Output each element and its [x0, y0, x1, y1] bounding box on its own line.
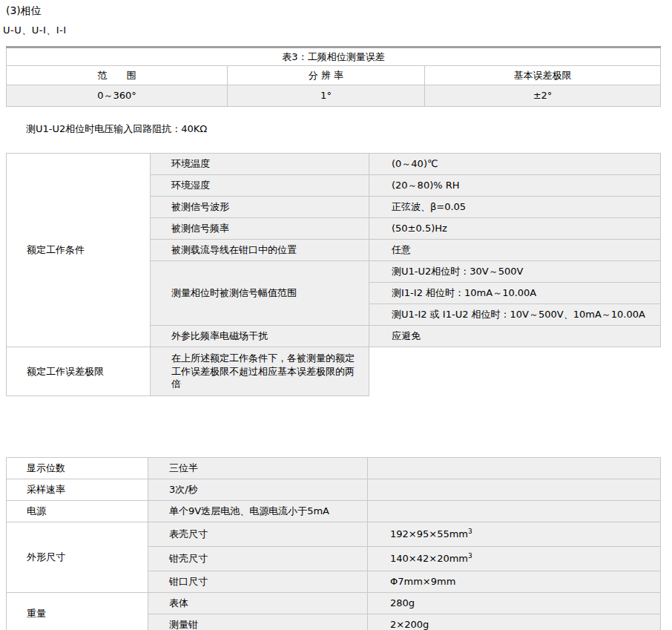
range-value-cell: 0～360° — [7, 85, 228, 107]
dimensions-group-label-cell: 外形尺寸 — [7, 522, 148, 592]
dimension-value-cell: 140×42×20mm3 — [368, 546, 661, 571]
amplitude-range-name-cell: 测量相位时被测信号幅值范围 — [151, 261, 369, 326]
condition-name-cell: 被测信号频率 — [151, 218, 369, 240]
col-header-resolution: 分 辨 率 — [228, 66, 425, 85]
dimension-name-cell: 钳口尺寸 — [148, 571, 368, 592]
empty-cell — [368, 457, 661, 479]
dimension-name-cell: 表壳尺寸 — [148, 522, 368, 546]
error-limit-label-cell: 额定工作误差极限 — [7, 347, 151, 396]
dimension-value: 140×42×20mm — [390, 554, 468, 565]
interference-name-cell: 外参比频率电磁场干扰 — [151, 326, 369, 347]
interference-value-cell: 应避免 — [369, 326, 661, 347]
table-title: 表3：工频相位测量误差 — [7, 47, 661, 66]
rated-conditions-table: 额定工作条件 环境温度 (0～40)℃ 环境湿度 (20～80)% RH 被测信… — [6, 153, 661, 396]
error-limit-value-cell: 在上所述额定工作条件下，各被测量的额定工作误差极限不超过相应基本误差极限的两倍 — [151, 347, 369, 396]
dimension-value-cell: Φ7mm×9mm — [368, 571, 661, 592]
col-header-range: 范 围 — [7, 66, 228, 85]
spec-value-cell: 单个9V迭层电池、电源电流小于5mA — [148, 500, 368, 522]
dimension-value-cell: 192×95×55mm3 — [368, 522, 661, 546]
dimension-value: 192×95×55mm — [390, 529, 468, 540]
amplitude-range-value-cell: 测I1-I2 相位时：10mA～10.00A — [369, 283, 661, 304]
superscript: 3 — [468, 528, 472, 535]
amplitude-range-value-cell: 测U1-U2相位时：30V～500V — [369, 261, 661, 283]
general-spec-table: 显示位数 三位半 采样速率 3次/秒 电源 单个9V迭层电池、电源电流小于5mA… — [6, 457, 661, 630]
table-row: 电源 单个9V迭层电池、电源电流小于5mA — [7, 500, 661, 522]
col-header-error-limit: 基本误差极限 — [425, 66, 661, 85]
condition-value-cell: 任意 — [369, 240, 661, 261]
condition-value-cell: (50±0.5)Hz — [369, 218, 661, 240]
table-row: 采样速率 3次/秒 — [7, 479, 661, 500]
condition-name-cell: 环境湿度 — [151, 175, 369, 197]
spec-label-cell: 电源 — [7, 500, 148, 522]
condition-name-cell: 环境温度 — [151, 154, 369, 175]
weight-value-cell: 2×200g — [368, 614, 661, 630]
table-header-row: 范 围 分 辨 率 基本误差极限 — [7, 66, 661, 85]
spec-value-cell: 三位半 — [148, 457, 368, 479]
weight-name-cell: 表体 — [148, 592, 368, 614]
table-row: 外形尺寸 表壳尺寸 192×95×55mm3 — [7, 522, 661, 546]
condition-value-cell: (0～40)℃ — [369, 154, 661, 175]
spec-label-cell: 采样速率 — [7, 479, 148, 500]
phase-error-table: 表3：工频相位测量误差 范 围 分 辨 率 基本误差极限 0～360° 1° ±… — [6, 46, 661, 107]
impedance-note: 测U1-U2相位时电压输入回路阻抗：40KΩ — [26, 122, 666, 136]
weight-name-cell: 测量钳 — [148, 614, 368, 630]
table-row: 额定工作误差极限 在上所述额定工作条件下，各被测量的额定工作误差极限不超过相应基… — [7, 347, 661, 396]
dimension-name-cell: 钳壳尺寸 — [148, 546, 368, 571]
condition-value-cell: (20～80)% RH — [369, 175, 661, 197]
resolution-value-cell: 1° — [228, 85, 425, 107]
page-heading: (3)相位 — [6, 4, 666, 18]
table-row: 重量 表体 280g — [7, 592, 661, 614]
empty-cell — [368, 500, 661, 522]
table-row: 额定工作条件 环境温度 (0～40)℃ — [7, 154, 661, 175]
group-label-cell: 额定工作条件 — [7, 154, 151, 347]
spec-document: (3)相位 U-U、U-I、I-I 表3：工频相位测量误差 范 围 分 辨 率 … — [0, 0, 672, 630]
weight-value-cell: 280g — [368, 592, 661, 614]
table-row: 显示位数 三位半 — [7, 457, 661, 479]
condition-name-cell: 被测信号波形 — [151, 197, 369, 218]
spec-label-cell: 显示位数 — [7, 457, 148, 479]
amplitude-range-value-cell: 测U1-I2 或 I1-U2 相位时：10V～500V、10mA～10.00A — [369, 304, 661, 326]
page-subheading: U-U、U-I、I-I — [3, 24, 666, 37]
spec-value-cell: 3次/秒 — [148, 479, 368, 500]
superscript: 3 — [468, 552, 472, 560]
condition-value-cell: 正弦波、β=0.05 — [369, 197, 661, 218]
error-limit-value-cell: ±2° — [425, 85, 661, 107]
table-row: 0～360° 1° ±2° — [7, 85, 661, 107]
empty-cell — [368, 479, 661, 500]
blank-cell — [369, 347, 661, 396]
weight-group-label-cell: 重量 — [7, 592, 148, 630]
condition-name-cell: 被测载流导线在钳口中的位置 — [151, 240, 369, 261]
table-title-row: 表3：工频相位测量误差 — [7, 47, 661, 66]
